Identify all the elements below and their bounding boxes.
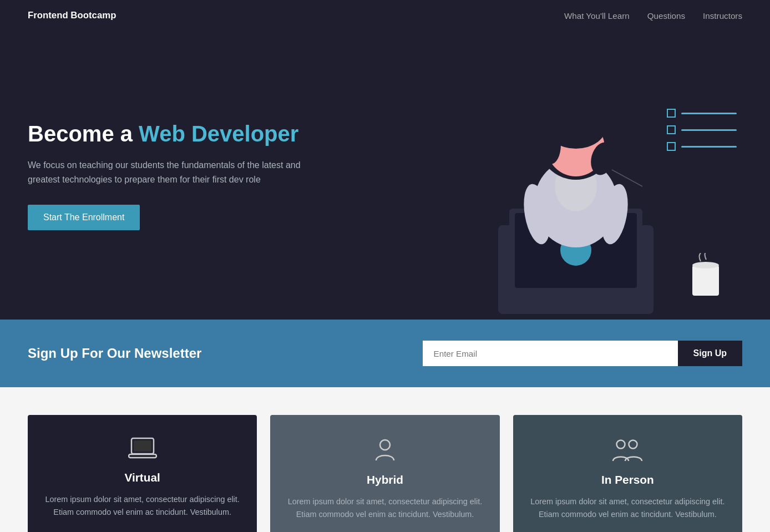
svg-point-20 bbox=[617, 440, 625, 449]
person-icon bbox=[373, 437, 397, 464]
svg-rect-14 bbox=[692, 265, 719, 296]
people-icon bbox=[612, 437, 643, 464]
email-input[interactable] bbox=[423, 341, 678, 366]
svg-line-13 bbox=[612, 170, 642, 186]
card-virtual: Virtual Lorem ipsum dolor sit amet, cons… bbox=[28, 415, 257, 532]
nav-link-what-youll-learn[interactable]: What You'll Learn bbox=[564, 11, 630, 21]
check-line-2 bbox=[681, 129, 737, 131]
laptop-icon bbox=[128, 437, 157, 462]
newsletter-form: Sign Up bbox=[423, 341, 742, 366]
svg-rect-18 bbox=[129, 454, 156, 458]
navbar: Frontend Bootcamp What You'll Learn Ques… bbox=[0, 0, 770, 31]
hero-title-plain: Become a bbox=[28, 121, 139, 146]
card-hybrid: Hybrid Lorem ipsum dolor sit amet, conse… bbox=[270, 415, 499, 532]
cards-section: Virtual Lorem ipsum dolor sit amet, cons… bbox=[0, 387, 770, 532]
card-virtual-description: Lorem ipsum dolor sit amet, consectetur … bbox=[44, 493, 240, 519]
newsletter-section: Sign Up For Our Newsletter Sign Up bbox=[0, 320, 770, 387]
nav-brand: Frontend Bootcamp bbox=[28, 10, 116, 21]
card-in-person: In Person Lorem ipsum dolor sit amet, co… bbox=[513, 415, 742, 532]
check-line-3 bbox=[681, 146, 737, 148]
hero-description: We focus on teaching our students the fu… bbox=[28, 158, 316, 186]
newsletter-title: Sign Up For Our Newsletter bbox=[28, 346, 201, 361]
card-hybrid-title: Hybrid bbox=[367, 473, 403, 487]
card-in-person-description: Lorem ipsum dolor sit amet, consectetur … bbox=[530, 495, 726, 521]
hero-content: Become a Web Developer We focus on teach… bbox=[28, 120, 316, 263]
svg-point-15 bbox=[692, 262, 719, 268]
svg-point-19 bbox=[380, 440, 390, 450]
svg-rect-17 bbox=[134, 440, 151, 452]
check-line-1 bbox=[681, 113, 737, 114]
card-hybrid-description: Lorem ipsum dolor sit amet, consectetur … bbox=[287, 495, 483, 521]
coffee-cup-illustration bbox=[687, 253, 726, 303]
hero-illustration bbox=[421, 64, 742, 320]
signup-button[interactable]: Sign Up bbox=[678, 341, 742, 366]
nav-links: What You'll Learn Questions Instructors bbox=[564, 11, 742, 21]
card-virtual-title: Virtual bbox=[124, 471, 160, 484]
hero-section: Become a Web Developer We focus on teach… bbox=[0, 31, 770, 320]
svg-point-21 bbox=[629, 440, 637, 449]
person-illustration bbox=[465, 81, 687, 320]
hero-title-accent: Web Developer bbox=[139, 121, 298, 146]
enrollment-button[interactable]: Start The Enrollment bbox=[28, 205, 140, 230]
card-in-person-title: In Person bbox=[601, 473, 654, 487]
nav-link-instructors[interactable]: Instructors bbox=[703, 11, 742, 21]
hero-title: Become a Web Developer bbox=[28, 120, 316, 147]
nav-link-questions[interactable]: Questions bbox=[647, 11, 685, 21]
svg-point-11 bbox=[541, 125, 561, 164]
